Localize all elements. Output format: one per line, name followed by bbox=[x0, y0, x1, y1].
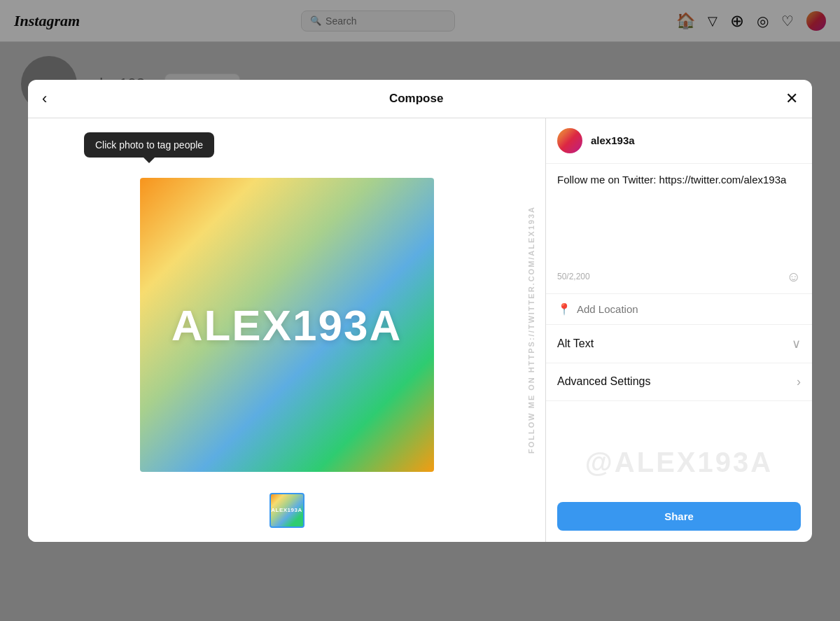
modal-body: Click photo to tag people ALEX193A ALEX1… bbox=[28, 118, 812, 542]
location-input[interactable] bbox=[577, 303, 801, 315]
share-button[interactable]: Share bbox=[557, 502, 801, 531]
advanced-settings-label: Advanced Settings bbox=[557, 375, 650, 388]
advanced-settings-row[interactable]: Advanced Settings › bbox=[546, 363, 812, 401]
advanced-settings-chevron-icon: › bbox=[797, 375, 801, 389]
alt-text-row[interactable]: Alt Text ∨ bbox=[546, 325, 812, 363]
alt-text-label: Alt Text bbox=[557, 337, 594, 350]
main-image-text: ALEX193A bbox=[172, 300, 402, 350]
modal-header: ‹ Compose ✕ bbox=[28, 80, 812, 118]
modal-close-button[interactable]: ✕ bbox=[785, 90, 798, 108]
character-count: 50/2,200 bbox=[557, 272, 590, 281]
thumbnail-text: ALEX193A bbox=[271, 507, 302, 513]
tooltip-text: Click photo to tag people bbox=[95, 139, 203, 151]
main-image[interactable]: ALEX193A bbox=[140, 178, 434, 472]
user-row: alex193a bbox=[546, 118, 812, 163]
modal-overlay: ‹ Compose ✕ Click photo to tag people AL… bbox=[0, 0, 840, 621]
thumbnail-item[interactable]: ALEX193A bbox=[270, 493, 304, 528]
close-icon: ✕ bbox=[785, 90, 798, 108]
user-avatar bbox=[557, 128, 582, 153]
right-panel: alex193a 50/2,200 ☺ 📍 bbox=[546, 118, 812, 542]
location-icon: 📍 bbox=[557, 302, 571, 316]
thumbnail-strip: ALEX193A bbox=[270, 493, 304, 528]
alt-text-chevron-icon: ∨ bbox=[792, 336, 801, 351]
modal-title: Compose bbox=[389, 92, 443, 106]
right-panel-watermark-container: @ALEX193A bbox=[546, 435, 812, 491]
modal-back-button[interactable]: ‹ bbox=[42, 90, 47, 108]
caption-input[interactable] bbox=[557, 172, 801, 263]
right-watermark-text: @ALEX193A bbox=[585, 447, 773, 478]
emoji-icon: ☺ bbox=[787, 269, 801, 284]
emoji-button[interactable]: ☺ bbox=[787, 269, 801, 285]
people-tag-tooltip: Click photo to tag people bbox=[84, 132, 214, 158]
share-section: Share bbox=[546, 491, 812, 542]
compose-modal: ‹ Compose ✕ Click photo to tag people AL… bbox=[28, 80, 812, 542]
caption-area: 50/2,200 ☺ bbox=[546, 163, 812, 294]
left-watermark-text: FOLLOW ME ON HTTPS://TWITTER.COM/ALEX193… bbox=[527, 206, 536, 454]
back-icon: ‹ bbox=[42, 90, 47, 108]
caption-footer: 50/2,200 ☺ bbox=[557, 269, 801, 285]
left-panel: Click photo to tag people ALEX193A ALEX1… bbox=[28, 118, 546, 542]
left-panel-watermark: FOLLOW ME ON HTTPS://TWITTER.COM/ALEX193… bbox=[517, 118, 545, 542]
right-panel-spacer bbox=[546, 401, 812, 435]
username-label: alex193a bbox=[591, 134, 635, 146]
location-row[interactable]: 📍 bbox=[546, 294, 812, 325]
